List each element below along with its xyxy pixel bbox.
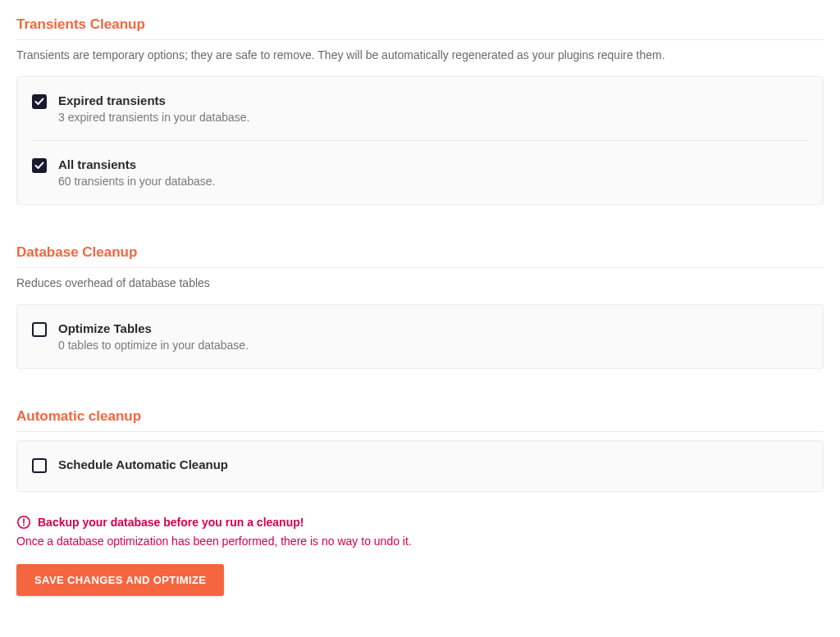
- optimize-tables-content: Optimize Tables 0 tables to optimize in …: [58, 321, 808, 352]
- expired-transients-item: Expired transients 3 expired transients …: [32, 77, 808, 140]
- svg-point-2: [23, 525, 25, 526]
- database-desc: Reduces overhead of database tables: [16, 276, 824, 289]
- save-changes-and-optimize-button[interactable]: SAVE CHANGES AND OPTIMIZE: [16, 564, 224, 596]
- check-icon: [34, 97, 44, 107]
- optimize-tables-sub: 0 tables to optimize in your database.: [58, 339, 808, 352]
- schedule-cleanup-content: Schedule Automatic Cleanup: [58, 457, 808, 475]
- database-title: Database Cleanup: [16, 244, 824, 261]
- schedule-cleanup-item: Schedule Automatic Cleanup: [32, 441, 808, 491]
- all-transients-title: All transients: [58, 157, 808, 171]
- database-panel: Optimize Tables 0 tables to optimize in …: [16, 304, 824, 369]
- expired-transients-checkbox[interactable]: [32, 94, 47, 109]
- schedule-cleanup-checkbox[interactable]: [32, 458, 47, 473]
- all-transients-sub: 60 transients in your database.: [58, 175, 808, 188]
- automatic-title: Automatic cleanup: [16, 408, 824, 425]
- all-transients-checkbox[interactable]: [32, 158, 47, 173]
- optimize-tables-checkbox[interactable]: [32, 322, 47, 337]
- expired-transients-title: Expired transients: [58, 93, 808, 107]
- warning-headline: Backup your database before you run a cl…: [38, 516, 304, 529]
- transients-title: Transients Cleanup: [16, 16, 824, 33]
- divider: [16, 431, 824, 432]
- transients-desc: Transients are temporary options; they a…: [16, 48, 824, 61]
- all-transients-content: All transients 60 transients in your dat…: [58, 157, 808, 188]
- optimize-tables-item: Optimize Tables 0 tables to optimize in …: [32, 305, 808, 368]
- optimize-tables-title: Optimize Tables: [58, 321, 808, 335]
- automatic-panel: Schedule Automatic Cleanup: [16, 440, 824, 492]
- check-icon: [34, 161, 44, 171]
- warning-line: Backup your database before you run a cl…: [16, 515, 824, 530]
- exclamation-circle-icon: [16, 515, 31, 530]
- expired-transients-content: Expired transients 3 expired transients …: [58, 93, 808, 124]
- divider: [16, 39, 824, 40]
- warning-sub: Once a database optimization has been pe…: [16, 535, 824, 548]
- transients-panel: Expired transients 3 expired transients …: [16, 76, 824, 205]
- schedule-cleanup-title: Schedule Automatic Cleanup: [58, 457, 808, 471]
- expired-transients-sub: 3 expired transients in your database.: [58, 111, 808, 124]
- divider: [16, 267, 824, 268]
- all-transients-item: All transients 60 transients in your dat…: [32, 140, 808, 204]
